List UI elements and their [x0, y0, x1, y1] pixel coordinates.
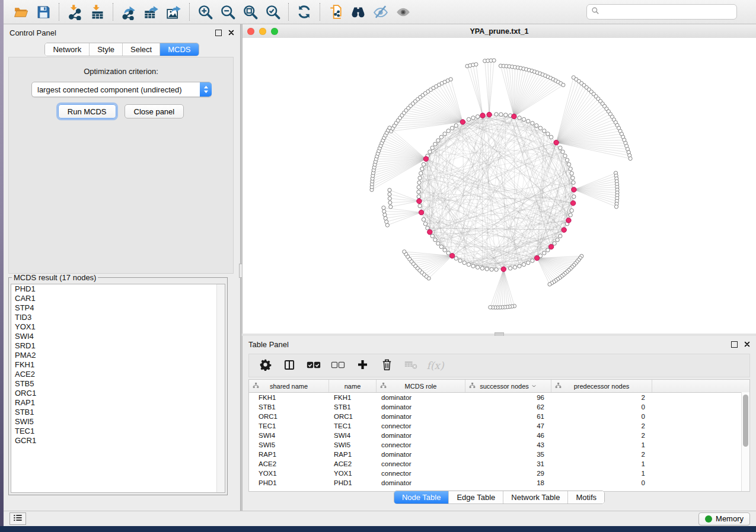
- table-row[interactable]: RAP1RAP1dominator352: [249, 450, 749, 459]
- cell-MCDS-role[interactable]: connector: [377, 441, 465, 448]
- zoom-in-button[interactable]: [194, 2, 216, 22]
- export-network-button[interactable]: [117, 2, 140, 22]
- table-row[interactable]: STB1STB1dominator620: [249, 402, 749, 412]
- cell-shared-name[interactable]: TEC1: [249, 422, 329, 430]
- table-settings-button[interactable]: [257, 358, 273, 373]
- copy-network-button[interactable]: [324, 2, 347, 22]
- result-node[interactable]: STB1: [11, 408, 225, 417]
- cell-MCDS-role[interactable]: dominator: [377, 432, 465, 439]
- cell-name[interactable]: ACE2: [329, 460, 377, 467]
- cell-MCDS-role[interactable]: dominator: [377, 451, 465, 458]
- result-node[interactable]: GCR1: [11, 436, 225, 446]
- table-row[interactable]: TEC1TEC1connector472: [249, 421, 749, 431]
- result-node[interactable]: TID3: [11, 313, 225, 322]
- close-table-panel-icon[interactable]: [744, 341, 750, 347]
- cell-predecessor-nodes[interactable]: 1: [551, 441, 652, 448]
- result-node[interactable]: YOX1: [11, 322, 225, 332]
- cell-name[interactable]: FKH1: [329, 394, 377, 401]
- cell-name[interactable]: SWI4: [329, 432, 377, 439]
- cell-MCDS-role[interactable]: dominator: [377, 394, 465, 401]
- deselect-all-rows-button[interactable]: [330, 358, 346, 373]
- zoom-selected-button[interactable]: [261, 2, 284, 22]
- result-node[interactable]: FKH1: [11, 360, 225, 370]
- show-panels-button[interactable]: [9, 512, 26, 525]
- export-table-button[interactable]: [140, 2, 162, 22]
- column-visibility-button[interactable]: [282, 358, 297, 373]
- criterion-select[interactable]: largest connected component (undirected): [31, 82, 212, 97]
- memory-button[interactable]: Memory: [698, 512, 750, 525]
- import-table-button[interactable]: [86, 2, 109, 22]
- cell-predecessor-nodes[interactable]: 0: [551, 413, 652, 420]
- tab-edge-table[interactable]: Edge Table: [449, 491, 503, 504]
- cell-predecessor-nodes[interactable]: 2: [551, 451, 652, 458]
- result-list-scrollbar[interactable]: [216, 284, 225, 492]
- find-button[interactable]: [347, 2, 369, 22]
- refresh-layout-button[interactable]: [293, 2, 315, 22]
- result-node[interactable]: SWI5: [11, 417, 225, 427]
- table-row[interactable]: FKH1FKH1dominator962: [249, 393, 749, 402]
- search-box[interactable]: [586, 4, 737, 20]
- cell-shared-name[interactable]: PHD1: [249, 479, 329, 486]
- result-node[interactable]: SWI4: [11, 332, 225, 341]
- result-node[interactable]: ACE2: [11, 370, 225, 379]
- table-row[interactable]: YOX1YOX1connector291: [249, 469, 749, 478]
- cell-shared-name[interactable]: SWI5: [249, 441, 329, 448]
- save-session-button[interactable]: [32, 2, 55, 22]
- zoom-out-button[interactable]: [216, 2, 239, 22]
- table-row[interactable]: SWI5SWI5connector431: [249, 440, 749, 450]
- show-all-button[interactable]: [392, 2, 414, 22]
- cell-name[interactable]: STB1: [329, 403, 377, 411]
- table-scrollbar-thumb[interactable]: [743, 395, 748, 447]
- cell-shared-name[interactable]: ORC1: [249, 413, 329, 420]
- cell-successor-nodes[interactable]: 18: [465, 479, 551, 486]
- network-canvas[interactable]: [243, 38, 756, 334]
- column-header-successor-nodes[interactable]: successor nodes: [465, 380, 551, 392]
- cell-name[interactable]: YOX1: [329, 470, 377, 477]
- zoom-fit-button[interactable]: [239, 2, 261, 22]
- mcds-result-list[interactable]: PHD1CAR1STP4TID3YOX1SWI4SRD1PMA2FKH1ACE2…: [11, 284, 225, 493]
- export-image-button[interactable]: [162, 2, 185, 22]
- column-header-name[interactable]: name: [329, 380, 377, 392]
- cell-name[interactable]: PHD1: [329, 479, 377, 486]
- cell-name[interactable]: ORC1: [329, 413, 377, 420]
- cell-successor-nodes[interactable]: 29: [465, 470, 551, 477]
- cell-shared-name[interactable]: RAP1: [249, 451, 329, 458]
- cell-MCDS-role[interactable]: connector: [377, 422, 465, 430]
- search-input[interactable]: [603, 7, 732, 17]
- float-panel-icon[interactable]: [215, 30, 222, 36]
- tab-select[interactable]: Select: [123, 43, 160, 56]
- tab-motifs[interactable]: Motifs: [568, 491, 604, 504]
- result-node[interactable]: STB5: [11, 379, 225, 389]
- cell-successor-nodes[interactable]: 47: [465, 422, 551, 430]
- cell-MCDS-role[interactable]: dominator: [377, 403, 465, 411]
- result-node[interactable]: ORC1: [11, 389, 225, 398]
- column-header-predecessor-nodes[interactable]: predecessor nodes: [551, 380, 652, 392]
- cell-successor-nodes[interactable]: 46: [465, 432, 551, 439]
- cell-MCDS-role[interactable]: dominator: [377, 479, 465, 486]
- cell-shared-name[interactable]: STB1: [249, 403, 329, 411]
- result-node[interactable]: STP4: [11, 303, 225, 313]
- cell-predecessor-nodes[interactable]: 1: [551, 470, 652, 477]
- cell-predecessor-nodes[interactable]: 2: [551, 432, 652, 439]
- result-node[interactable]: CAR1: [11, 294, 225, 303]
- tab-network-table[interactable]: Network Table: [503, 491, 568, 504]
- tab-node-table[interactable]: Node Table: [394, 491, 449, 504]
- tab-style[interactable]: Style: [90, 43, 123, 56]
- table-row[interactable]: SWI4SWI4dominator462: [249, 431, 749, 440]
- cell-successor-nodes[interactable]: 35: [465, 451, 551, 458]
- cell-MCDS-role[interactable]: connector: [377, 470, 465, 477]
- add-column-button[interactable]: [355, 358, 370, 373]
- cell-predecessor-nodes[interactable]: 1: [551, 460, 652, 467]
- table-row[interactable]: ACE2ACE2connector311: [249, 459, 749, 469]
- tab-mcds[interactable]: MCDS: [160, 43, 198, 56]
- table-row[interactable]: PHD1PHD1dominator180: [249, 478, 749, 488]
- cell-MCDS-role[interactable]: dominator: [377, 413, 465, 420]
- float-table-panel-icon[interactable]: [731, 341, 738, 348]
- open-session-button[interactable]: [9, 2, 32, 22]
- hide-selected-button[interactable]: [369, 2, 392, 22]
- cell-name[interactable]: TEC1: [329, 422, 377, 430]
- cell-predecessor-nodes[interactable]: 0: [551, 479, 652, 486]
- close-panel-icon[interactable]: [228, 30, 234, 36]
- cell-successor-nodes[interactable]: 43: [465, 441, 551, 448]
- cell-name[interactable]: SWI5: [329, 441, 377, 448]
